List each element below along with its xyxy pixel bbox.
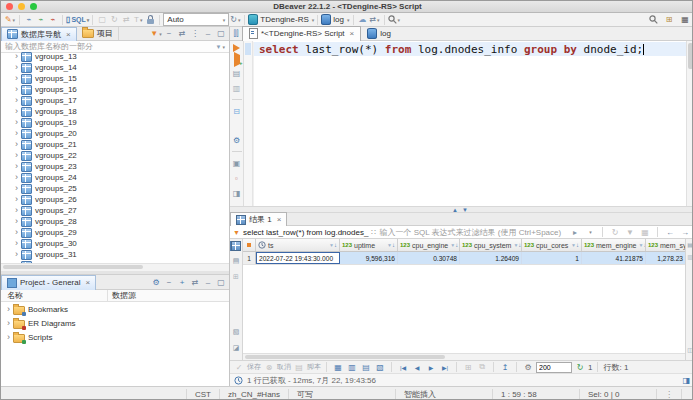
cell-cpu-system[interactable]: 1.26409	[460, 252, 522, 264]
expander-icon[interactable]	[15, 184, 18, 193]
value-view-icon[interactable]: ⊞	[230, 271, 242, 283]
disconnect-icon[interactable]: ⌁	[47, 14, 59, 26]
prev-row-icon[interactable]: ◀	[411, 361, 423, 373]
cell-cpu-engine[interactable]: 0.30748	[398, 252, 460, 264]
link-with-editor-icon[interactable]: ⇄	[176, 28, 188, 40]
column-header-datasource[interactable]: 数据源	[107, 290, 136, 301]
column-filter-sort-icon[interactable]: ▼↓	[387, 242, 395, 248]
explain-plan-icon[interactable]: ▥	[231, 82, 243, 94]
switch-arrows-icon[interactable]: ⇄▾	[369, 14, 381, 26]
collapse-all-icon[interactable]: −	[163, 28, 175, 40]
quick-search-icon[interactable]	[647, 14, 659, 26]
text-transform-icon[interactable]: T▾	[132, 14, 144, 26]
editor-results-sash[interactable]: ▲ ▼	[230, 206, 693, 213]
tree-item-er-diagrams[interactable]: ER Diagrams	[1, 316, 229, 330]
reject-changes-icon[interactable]: ⊗	[263, 361, 275, 373]
search-dropdown-icon[interactable]: ▾	[388, 14, 401, 26]
column-header-uptime[interactable]: 123 uptime ▼↓	[340, 239, 398, 251]
close-icon[interactable]: ×	[85, 278, 90, 287]
editor-list-icon[interactable]: ⫿⫿	[230, 28, 242, 40]
references-panel-icon[interactable]: ◫	[687, 346, 693, 353]
tree-item-vgroup[interactable]: vgroups_14	[1, 62, 229, 73]
tree-item-vgroup[interactable]: vgroups_23	[1, 161, 229, 172]
tab-database-navigator[interactable]: 数据库导航 ×	[1, 27, 77, 41]
row-number-cell[interactable]: 1	[243, 252, 256, 264]
show-panels-icon[interactable]: ◨	[682, 376, 690, 385]
expander-icon[interactable]	[15, 228, 18, 237]
text-view-icon[interactable]: ▤	[230, 255, 242, 267]
column-filter-sort-icon[interactable]: ▼↓	[450, 242, 458, 248]
expander-icon[interactable]	[15, 151, 18, 160]
zoom-panels-icon[interactable]: ▧	[374, 361, 386, 373]
expand-icon[interactable]: +	[176, 276, 188, 288]
panel-toggle-icon[interactable]: ▦	[332, 361, 344, 373]
tree-item-vgroup[interactable]: vgroups_25	[1, 183, 229, 194]
column-header-ts[interactable]: ts ▼↓	[256, 239, 340, 251]
expander-icon[interactable]	[15, 217, 18, 226]
sql-editor[interactable]: select last_row(*) from log.dnodes_info …	[254, 41, 686, 206]
metadata-panel-icon[interactable]: ◪	[230, 342, 242, 354]
column-header-mem-system[interactable]: 123 mem_system	[646, 239, 685, 251]
execute-script-icon[interactable]: ▤	[231, 67, 243, 79]
column-header-name[interactable]: 名称	[1, 290, 107, 301]
expander-icon[interactable]	[15, 250, 18, 259]
tree-item-vgroup[interactable]: vgroups_30	[1, 238, 229, 249]
grid-view-icon[interactable]	[231, 241, 241, 251]
insert-mode-indicator[interactable]: 智能插入	[395, 389, 492, 400]
filter-funnel-icon[interactable]: ▼▾	[216, 44, 225, 50]
expander-icon[interactable]	[15, 129, 18, 138]
expander-icon[interactable]	[15, 107, 18, 116]
export-data-icon[interactable]: ↥	[499, 361, 511, 373]
expander-icon[interactable]	[15, 162, 18, 171]
caret-position-indicator[interactable]: 1 : 59 : 58	[492, 389, 579, 400]
cell-ts[interactable]: 2022-07-22 19:43:30.000	[256, 252, 340, 264]
column-filter-sort-icon[interactable]: ▼↓	[638, 242, 646, 248]
compare-icon[interactable]: ⇄	[120, 14, 132, 26]
expander-icon[interactable]	[15, 96, 18, 105]
column-filter-sort-icon[interactable]: ▼↓	[571, 242, 579, 248]
cell-mem-system[interactable]: 1,278.23	[646, 252, 685, 264]
tab-projects[interactable]: 项目	[77, 27, 119, 40]
cloud-icon[interactable]: ☁	[357, 14, 369, 26]
column-header-cpu-system[interactable]: 123 cpu_system ▼↓	[460, 239, 522, 251]
tab-result-1[interactable]: 结果 1 ×	[230, 212, 287, 226]
refresh-icon[interactable]: ⇄	[189, 276, 201, 288]
expander-icon[interactable]	[15, 195, 18, 204]
duplicate-row-icon[interactable]: ⧉	[476, 361, 488, 373]
tree-item-vgroup[interactable]: vgroups_29	[1, 227, 229, 238]
tree-item-bookmarks[interactable]: Bookmarks	[1, 302, 229, 316]
execute-statement-icon[interactable]	[233, 44, 240, 52]
tree-item-vgroup[interactable]: vgroups_16	[1, 84, 229, 95]
fetch-size-input[interactable]	[536, 362, 572, 373]
results-filter-bar[interactable]: ▼ select last_row(*) from log.dnodes_ ∷ …	[230, 226, 693, 239]
database-selector[interactable]: log▾	[321, 14, 349, 26]
tree-item-vgroup[interactable]: vgroups_22	[1, 150, 229, 161]
column-order-icon[interactable]: ▤	[360, 361, 372, 373]
filter-settings-icon[interactable]: ▼	[624, 226, 636, 238]
expander-icon[interactable]	[15, 140, 18, 149]
column-header-mem-engine[interactable]: 123 mem_engine ▼↓	[582, 239, 646, 251]
transaction-mode-combo[interactable]: Auto▾	[163, 13, 229, 26]
reconnect-icon[interactable]: ⌁	[35, 14, 47, 26]
close-icon[interactable]: ×	[66, 30, 71, 39]
status-menu-icon[interactable]: ⋮	[656, 389, 682, 400]
tree-item-vgroup[interactable]: vgroups_24	[1, 172, 229, 183]
tree-item-vgroup[interactable]: vgroups_26	[1, 194, 229, 205]
record-mode-icon[interactable]: ▥	[346, 361, 358, 373]
tree-item-vgroup[interactable]: vgroups_18	[1, 106, 229, 117]
new-object-icon[interactable]: ✎▾	[4, 14, 16, 26]
cell-uptime[interactable]: 9,596,316	[340, 252, 398, 264]
grid-corner-cell[interactable]	[243, 239, 256, 251]
expander-icon[interactable]	[7, 305, 10, 314]
panel-grid-icon[interactable]: ▦	[639, 226, 651, 238]
datasource-selector[interactable]: TDengine-RS▾	[248, 14, 314, 26]
tab-project-general[interactable]: Project - General ×	[1, 275, 96, 290]
grouping-panel-icon[interactable]: ▥	[687, 253, 693, 260]
filter-history-icon[interactable]: ▾	[584, 226, 596, 238]
apply-changes-icon[interactable]: ✓	[233, 361, 245, 373]
expander-icon[interactable]	[7, 319, 10, 328]
tree-item-scripts[interactable]: Scripts	[1, 330, 229, 344]
expander-icon[interactable]	[15, 63, 18, 72]
minimize-panel-icon[interactable]: –	[202, 276, 214, 288]
expander-icon[interactable]	[15, 85, 18, 94]
